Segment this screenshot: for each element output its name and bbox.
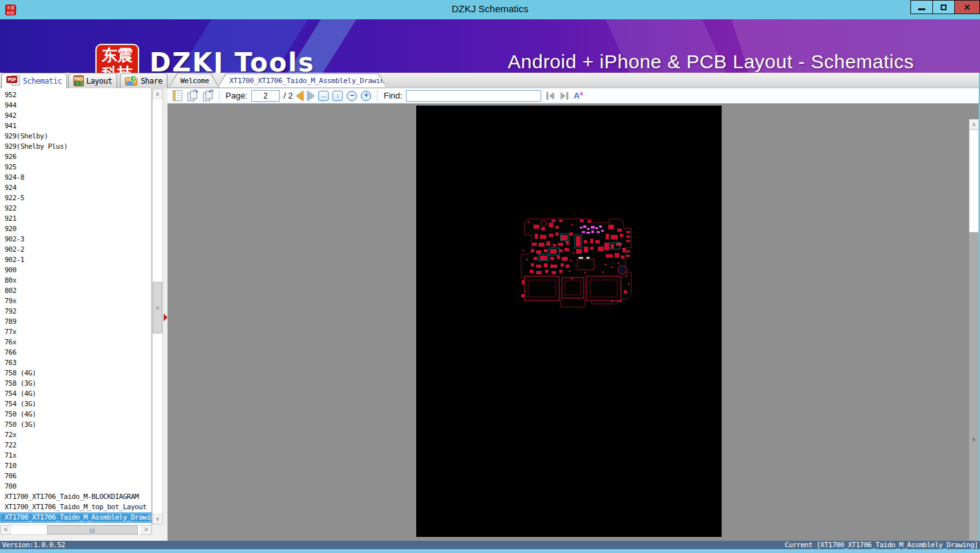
list-item[interactable]: 750 (3G) xyxy=(0,420,151,430)
list-item[interactable]: 922 xyxy=(0,203,151,214)
list-item[interactable]: 758 (4G) xyxy=(0,368,151,379)
list-item[interactable]: 921 xyxy=(0,214,151,224)
list-item[interactable]: 706 xyxy=(0,471,151,482)
find-next-icon[interactable] xyxy=(559,91,570,100)
sidebar-vertical-scrollbar[interactable]: ∧ ≡ ∨ xyxy=(152,88,163,525)
page-label: Page: xyxy=(226,91,247,100)
tab-welcome[interactable]: Welcome xyxy=(169,73,219,88)
tab-bar: PDF Schematic PADS Layout + Share Welcom… xyxy=(0,73,980,88)
list-item[interactable]: 941 xyxy=(0,121,151,131)
tab-document-assembly-drawing[interactable]: XT1700_XT1706_Taido_M_Assmblely_Drawing … xyxy=(218,73,387,88)
list-item[interactable]: 902-2 xyxy=(0,245,151,255)
list-item[interactable]: 929(Shelby Plus) xyxy=(0,142,151,152)
list-item[interactable]: 700 xyxy=(0,482,151,492)
sidebar-splitter[interactable] xyxy=(163,88,168,525)
page-total: / 2 xyxy=(283,91,293,100)
list-item[interactable]: 766 xyxy=(0,348,151,358)
list-item[interactable]: 944 xyxy=(0,100,151,111)
list-item[interactable]: XT1700_XT1706_Taido_M_top_bot_Layout xyxy=(0,502,151,512)
sidebar-horizontal-scrollbar[interactable]: < ||| > xyxy=(0,525,152,535)
page-viewer[interactable]: ∧ ≡ ∨ xyxy=(168,104,980,541)
viewer-scroll-grip[interactable]: ≡ xyxy=(969,436,979,443)
next-page-button[interactable] xyxy=(307,91,314,101)
list-item[interactable]: 900 xyxy=(0,265,151,276)
tab-schematic[interactable]: PDF Schematic xyxy=(1,73,67,88)
tab-label: XT1700_XT1706_Taido_M_Assmblely_Drawing xyxy=(229,77,389,85)
list-item[interactable]: 754 (4G) xyxy=(0,389,151,399)
font-size-icon[interactable]: Aa xyxy=(573,90,582,100)
list-item[interactable]: 79x xyxy=(0,296,151,306)
list-item[interactable]: 920 xyxy=(0,224,151,234)
list-item[interactable]: 924-8 xyxy=(0,173,151,183)
list-item[interactable]: 902-3 xyxy=(0,234,151,245)
list-item[interactable]: 758 (3G) xyxy=(0,379,151,389)
list-item[interactable]: 754 (3G) xyxy=(0,399,151,409)
tab-share[interactable]: + Share xyxy=(120,73,168,88)
close-button[interactable]: ✕ xyxy=(954,0,980,14)
list-item[interactable]: 942 xyxy=(0,111,151,121)
current-document-text: Current [XT1700_XT1706_Taido_M_Assmblely… xyxy=(785,541,978,549)
page-number-input[interactable] xyxy=(251,90,280,102)
list-item[interactable]: 902-1 xyxy=(0,255,151,265)
list-item[interactable]: 926 xyxy=(0,152,151,162)
copy-page-icon[interactable] xyxy=(173,90,182,101)
fit-page-button[interactable]: ↕ xyxy=(332,91,343,101)
close-tab-icon[interactable]: x xyxy=(392,77,396,86)
minimize-button[interactable] xyxy=(910,0,933,14)
scroll-down-icon[interactable]: ∨ xyxy=(153,514,162,524)
find-label: Find: xyxy=(383,91,402,100)
viewer-vertical-scrollbar[interactable]: ∧ ≡ ∨ xyxy=(969,119,979,553)
list-item[interactable]: 929(Shelby) xyxy=(0,131,151,142)
tab-label: Schematic xyxy=(23,77,62,86)
rotate-clockwise-icon[interactable]: ↷ xyxy=(186,90,198,101)
brand-title: DZKJ Tools xyxy=(149,48,314,73)
list-item[interactable]: 71x xyxy=(0,451,151,461)
zoom-in-button[interactable]: + xyxy=(361,91,371,101)
rotate-counterclockwise-icon[interactable]: ↶ xyxy=(202,90,213,101)
list-item[interactable]: 77x xyxy=(0,327,151,337)
scroll-up-icon[interactable]: ∧ xyxy=(969,119,979,129)
banner-tagline: Android + iPhone & PCB Layout - Schemati… xyxy=(508,51,914,73)
list-item[interactable]: 924 xyxy=(0,183,151,193)
list-item[interactable]: 789 xyxy=(0,317,151,327)
list-item[interactable]: 710 xyxy=(0,461,151,471)
find-input[interactable] xyxy=(406,90,541,102)
fit-width-button[interactable]: ↔ xyxy=(318,91,329,101)
list-item[interactable]: XT1700_XT1706_Taido_M_Assmblely_Drawing xyxy=(0,512,151,523)
tab-layout[interactable]: PADS Layout xyxy=(68,73,117,88)
list-item[interactable]: 722 xyxy=(0,440,151,451)
list-item[interactable]: 750 (4G) xyxy=(0,409,151,420)
sidebar-hscroll-thumb[interactable]: ||| xyxy=(47,525,138,534)
sidebar-scroll-thumb[interactable]: ≡ xyxy=(153,282,162,333)
window-bottom-edge xyxy=(0,549,980,553)
list-item[interactable]: 72x xyxy=(0,430,151,440)
toolbar-separator xyxy=(377,90,378,102)
previous-page-button[interactable] xyxy=(296,91,303,101)
maximize-button[interactable] xyxy=(932,0,955,14)
find-previous-icon[interactable] xyxy=(545,91,555,100)
list-item[interactable]: XT1700_XT1706_Taido_M-BLOCKDIAGRAM xyxy=(0,492,151,502)
scroll-up-icon[interactable]: ∧ xyxy=(153,89,162,99)
list-item[interactable]: 763 xyxy=(0,358,151,368)
sidebar: 952944942941929(Shelby)929(Shelby Plus)9… xyxy=(0,88,168,541)
list-item[interactable]: 925 xyxy=(0,162,151,173)
tab-label: Share xyxy=(140,77,162,86)
pdf-toolbar: ↷ ↶ Page: / 2 ↔ ↕ − + Find: xyxy=(168,88,980,104)
title-bar: 东震科技 DZKJ Schematics ✕ xyxy=(0,0,980,19)
pdf-page[interactable] xyxy=(416,106,722,537)
model-list: 952944942941929(Shelby)929(Shelby Plus)9… xyxy=(0,88,152,525)
list-item[interactable]: 76x xyxy=(0,337,151,348)
company-logo: 东震科技 xyxy=(95,44,139,73)
toolbar-separator xyxy=(219,90,220,102)
viewer-scroll-thumb[interactable] xyxy=(969,129,979,232)
scroll-left-icon[interactable]: < xyxy=(1,525,11,534)
header-banner: 东震科技 DZKJ Tools Android + iPhone & PCB L… xyxy=(0,19,980,73)
list-item[interactable]: 922-5 xyxy=(0,193,151,203)
zoom-out-button[interactable]: − xyxy=(347,91,357,101)
list-item[interactable]: 792 xyxy=(0,306,151,317)
list-item[interactable]: 80x xyxy=(0,276,151,286)
scroll-right-icon[interactable]: > xyxy=(141,525,151,534)
list-item[interactable]: 802 xyxy=(0,286,151,296)
list-item[interactable]: 952 xyxy=(0,90,151,100)
window-title: DZKJ Schematics xyxy=(0,0,980,18)
